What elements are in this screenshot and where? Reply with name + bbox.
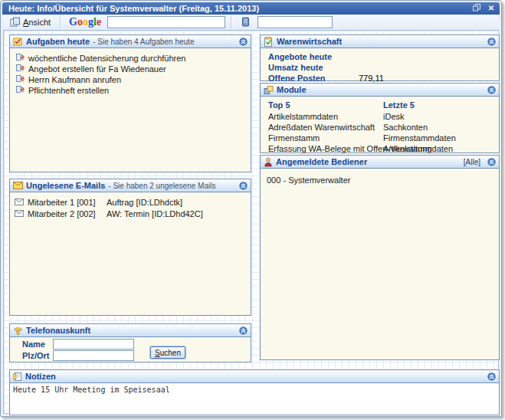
module-link[interactable]: Firmenstamm [268,133,383,144]
panel-title: Module [277,85,307,94]
panel-header-notizen: Notizen [10,370,499,383]
module-link[interactable]: iDesk [383,112,490,123]
suchen-button[interactable]: Suchen [150,346,185,359]
collapse-button[interactable] [487,157,497,167]
toolbar: Ansicht Google [3,15,499,31]
clipboard-icon [264,37,274,47]
task-item[interactable]: Angebot erstellen für Fa Wiedenauer [16,64,251,74]
chevron-up-icon [487,37,497,47]
envelope-icon [15,198,24,207]
panel-ungelesene-emails: Ungelesene E-Mails - Sie haben 2 ungeles… [9,179,251,316]
task-label: wöchentliche Datensicherung durchführen [28,54,185,63]
module-link[interactable]: Erfassung WA-Belege mit Offen-Verwaltung [268,144,383,155]
phonebook-icon [241,17,250,28]
task-item[interactable]: Herrn Kaufmann anrufen [16,74,251,84]
column-header: Top 5 [268,100,383,112]
chevron-up-icon [238,181,248,191]
collapse-button[interactable] [238,37,248,47]
name-input[interactable] [53,339,134,349]
module-link[interactable]: Artikelstammdaten [268,112,383,123]
window-controls: ✕ [471,4,497,13]
bediener-list: 000 - Systemverwalter [261,176,499,185]
collapse-button[interactable] [238,326,248,336]
warenwirtschaft-stats: Angebote heute Umsatz heute Offene Poste… [261,48,499,84]
view-icon [10,17,21,28]
desktop-area: Aufgaben heute - Sie haben 4 Aufgaben he… [3,30,499,414]
panel-subtitle: - Sie haben 4 Aufgaben heute [93,38,194,46]
stat-row[interactable]: Angebote heute [268,51,499,62]
task-label: Pflichtenheft erstellen [28,86,109,95]
envelope-icon [15,209,24,218]
panel-aufgaben-heute: Aufgaben heute - Sie haben 4 Aufgaben he… [9,34,251,172]
chevron-up-icon [238,37,248,47]
panel-title: Ungelesene E-Mails [26,181,105,190]
email-sender: Mitarbeiter 2 [002] [28,209,103,218]
panel-header-warenwirtschaft: Warenwirtschaft [261,35,499,48]
user-icon [264,157,273,167]
task-icon [16,64,25,74]
google-search-input[interactable] [107,16,225,28]
toolbar-separator [60,16,61,28]
module-link[interactable]: Sachkonten [383,123,490,133]
telefon-form: Name Plz/Ort Suchen [10,337,251,361]
panel-header-bediener: Angemeldete Bediener [Alle] [261,156,499,169]
close-icon: ✕ [488,5,494,12]
app-window: Heute: Info/Übersicht für Systemverwalte… [0,0,502,417]
module-link[interactable]: Firmenstammdaten [383,133,490,144]
plzort-input[interactable] [53,350,134,361]
collapse-button[interactable] [487,85,497,95]
stat-row[interactable]: Offene Posten 779,11 [268,73,499,84]
email-subject: Auftrag [ID:LDhdctk] [107,198,182,207]
collapse-button[interactable] [238,181,248,191]
panel-header-aufgaben: Aufgaben heute - Sie haben 4 Aufgaben he… [10,35,251,48]
panel-title: Angemeldete Bediener [276,157,367,166]
alle-link[interactable]: [Alle] [464,158,480,166]
restore-icon [473,4,480,13]
column-header: Letzte 5 [383,100,490,112]
email-list: Mitarbeiter 1 [001] Auftrag [ID:LDhdctk]… [10,197,251,219]
package-icon [264,85,274,95]
chevron-up-icon [487,85,497,95]
chevron-up-icon [238,326,248,336]
notes-icon [13,372,22,382]
task-icon [16,74,25,84]
panel-header-telefon: Telefonauskunft [10,324,251,337]
task-item[interactable]: wöchentliche Datensicherung durchführen [16,53,251,63]
module-link[interactable]: Artikelstammdaten [383,144,490,155]
collapse-button[interactable] [487,37,497,47]
module-link[interactable]: Adreßdaten Warenwirtschaft [268,123,383,133]
restore-button[interactable] [471,4,482,13]
bediener-item[interactable]: 000 - Systemverwalter [267,176,499,185]
aufgaben-list: wöchentliche Datensicherung durchführen … [10,53,251,95]
panel-notizen: Notizen Heute 15 Uhr Meeting im Speisesa… [9,369,500,415]
google-logo: Google [69,16,101,28]
email-item[interactable]: Mitarbeiter 1 [001] Auftrag [ID:LDhdctk] [15,197,251,208]
phonebook-button[interactable] [238,15,254,30]
panel-angemeldete-bediener: Angemeldete Bediener [Alle] 000 - System… [260,155,500,360]
email-item[interactable]: Mitarbeiter 2 [002] AW: Termin [ID:LDhd4… [15,208,251,219]
email-sender: Mitarbeiter 1 [001] [28,198,103,207]
notes-textarea[interactable]: Heute 15 Uhr Meeting im Speisesaal [10,383,499,415]
phonebook-lookup-input[interactable] [257,16,333,28]
panel-title: Aufgaben heute [26,37,90,46]
stat-label: Angebote heute [268,52,359,61]
mail-icon [13,182,23,189]
panel-subtitle: - Sie haben 2 ungelesene Mails [108,182,215,190]
panel-title: Notizen [25,372,56,381]
close-button[interactable]: ✕ [486,4,497,13]
plzort-label: Plz/Ort [22,351,53,360]
panel-warenwirtschaft: Warenwirtschaft Angebote heute Umsatz he… [260,34,500,81]
task-label: Herrn Kaufmann anrufen [28,75,121,84]
ansicht-label: Ansicht [23,18,51,27]
ansicht-button[interactable]: Ansicht [6,15,54,30]
stat-label: Umsatz heute [268,63,359,72]
collapse-button[interactable] [487,372,497,382]
window-title: Heute: Info/Übersicht für Systemverwalte… [8,4,259,13]
panel-title: Telefonauskunft [26,326,90,335]
task-item[interactable]: Pflichtenheft erstellen [16,85,251,95]
task-label: Angebot erstellen für Fa Wiedenauer [28,64,166,74]
panel-header-module: Module [261,84,499,97]
panel-title: Warenwirtschaft [277,37,342,46]
stat-row[interactable]: Umsatz heute [268,62,499,73]
task-icon [16,85,25,95]
